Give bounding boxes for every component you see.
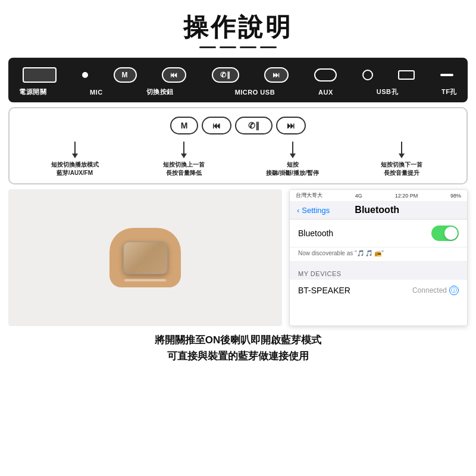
diagram-prev-btn: ⏮ [202,117,231,134]
connected-status: Connected ⓘ [412,286,459,295]
phone-status-bar: 台灣大哥大 4G 12:20 PM 98% [290,190,467,201]
page-title: 操作說明 [0,11,476,44]
speaker-illustration [109,228,181,287]
next-button-icon: ⏭ [264,67,289,83]
mic-dot-icon [82,72,88,78]
arrow-text-4: 短按切換下一首長按音量提升 [347,161,456,177]
panel-labels-row: 電源開關 MIC 切換按鈕 MICRO USB AUX USB孔 TF孔 [18,85,458,98]
m-button-icon: M [114,67,137,83]
bluetooth-label: Bluetooth [298,228,333,238]
aux-port-icon [362,70,373,80]
usb-port-icon [398,70,415,80]
footer-line-2: 可直接與裝置的藍芽做連接使用 [12,348,464,364]
panel-buttons-row: M ⏮ ✆∥ ⏭ [18,65,458,85]
device-name: BT-SPEAKER [298,286,350,295]
arrow-shaft-3 [292,142,293,154]
discoverable-text: Now discoverable as "🎵 🎵 📻" [290,248,467,262]
footer-line-1: 將開關推至ON後喇叭即開啟藍芽模式 [12,332,464,348]
arrow-item-2: 短按切換上一首長按音量降低 [129,142,238,177]
hand-shape [109,228,181,287]
title-section: 操作說明 [0,0,476,54]
arrow-shaft-2 [183,142,184,154]
arrow-line-2 [129,142,238,158]
back-arrow-icon[interactable]: ‹ [297,206,299,215]
footer-text: 將開關推至ON後喇叭即開啟藍芽模式 可直接與裝置的藍芽做連接使用 [12,332,464,364]
arrow-text-1: 短按切換播放模式藍芽/AUX/FM [20,161,129,177]
arrow-item-3: 短按接聽/掛斷/播放/暫停 [238,142,347,177]
tf-port-icon [440,74,453,76]
network-text: 4G [355,193,362,199]
bluetooth-toggle-row: Bluetooth [290,220,467,248]
arrow-line-4 [347,142,456,158]
prev-button-icon: ⏮ [162,67,186,83]
call-button-icon: ✆∥ [212,67,239,83]
aux-label: AUX [318,89,333,96]
arrow-item-4: 短按切換下一首長按音量提升 [347,142,456,177]
speaker-ring [124,279,166,281]
arrow-line-1 [20,142,129,158]
arrow-text-3: 短按接聽/掛斷/播放/暫停 [238,161,347,177]
connected-label: Connected [412,286,447,295]
diagram-next-btn: ⏭ [276,117,306,134]
phone-screenshot: 台灣大哥大 4G 12:20 PM 98% ‹ Settings Bluetoo… [289,189,468,326]
diagram-button-row: M ⏮ ✆∥ ⏭ [14,117,462,134]
power-button-icon [23,67,57,83]
switch-label: 切換按鈕 [146,87,174,96]
arrow-shaft-1 [74,142,76,154]
carrier-text: 台灣大哥大 [296,192,322,199]
phone-nav-bar: ‹ Settings Bluetooth [290,201,467,220]
arrow-head-2 [181,154,187,158]
speaker-photo [8,189,282,326]
power-label: 電源開關 [19,87,46,96]
bluetooth-toggle[interactable] [431,226,459,241]
microusb-label: MICRO USB [235,89,275,96]
bottom-section: 台灣大哥大 4G 12:20 PM 98% ‹ Settings Bluetoo… [8,189,468,326]
mic-label: MIC [90,89,103,96]
arrow-head-4 [399,154,405,158]
bluetooth-page-title: Bluetooth [355,205,435,215]
battery-text: 98% [450,193,461,199]
title-underline-decoration [0,46,476,48]
diagram-arrows: 短按切換播放模式藍芽/AUX/FM 短按切換上一首長按音量降低 短按接聽/掛斷/… [14,142,462,177]
settings-back-link[interactable]: Settings [302,206,330,215]
micro-usb-port-icon [314,68,337,82]
speaker-body [123,242,168,274]
arrow-head-1 [72,154,78,158]
diagram-call-btn: ✆∥ [235,117,273,134]
usbport-label: USB孔 [377,87,398,96]
arrow-shaft-4 [401,142,402,154]
arrow-line-3 [238,142,347,158]
arrow-text-2: 短按切換上一首長按音量降低 [129,161,238,177]
control-panel: M ⏮ ✆∥ ⏭ 電源開關 MIC 切換按鈕 MICRO USB AUX USB… [8,58,468,102]
my-devices-header: MY DEVICES [290,262,467,280]
diagram-m-btn: M [170,117,199,134]
bt-speaker-row[interactable]: BT-SPEAKER Connected ⓘ [290,280,467,301]
info-circle-icon[interactable]: ⓘ [449,286,459,295]
phone-body: Bluetooth Now discoverable as "🎵 🎵 📻" MY… [290,220,467,301]
arrow-head-3 [290,154,296,158]
diagram-section: M ⏮ ✆∥ ⏭ 短按切換播放模式藍芽/AUX/FM 短按切換上一首長按音量降低… [8,107,468,184]
arrow-item-1: 短按切換播放模式藍芽/AUX/FM [20,142,129,177]
tfport-label: TF孔 [441,87,457,96]
time-text: 12:20 PM [395,193,418,199]
